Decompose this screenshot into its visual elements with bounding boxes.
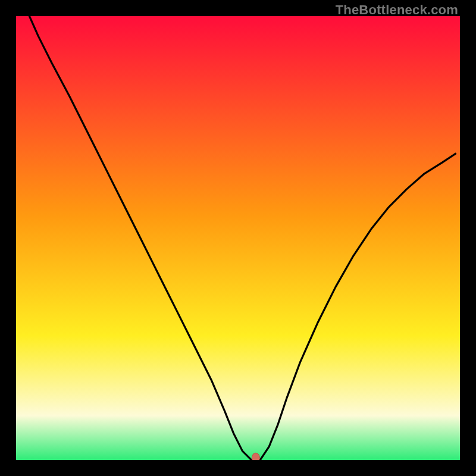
minimum-marker <box>252 453 259 460</box>
plot-area <box>16 16 460 460</box>
chart-frame: TheBottleneck.com <box>0 0 476 476</box>
bottleneck-chart <box>16 16 460 460</box>
gradient-background <box>16 16 460 460</box>
